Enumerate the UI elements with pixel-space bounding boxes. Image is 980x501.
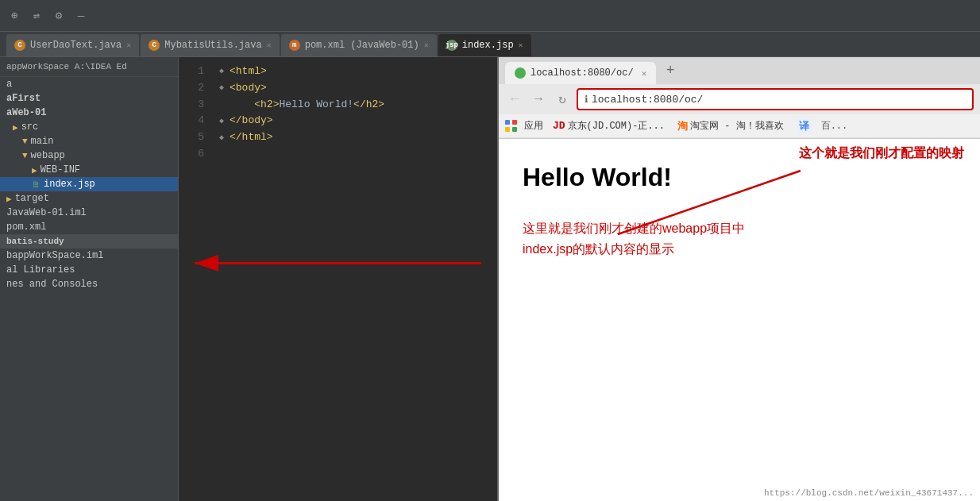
browser-tabs-row: localhost:8080/oc/ ✕ + [499,57,980,84]
tab-close-icon[interactable]: ✕ [126,40,131,50]
item-text: al Libraries [6,264,75,276]
editor-tabs: C UserDaoText.java ✕ C MybatisUtils.java… [0,32,980,57]
address-bar: ← → ↻ ℹ localhost:8080/oc/ [499,84,980,114]
toolbar-icon-plus[interactable]: ⊕ [6,8,22,24]
toolbar-icon-settings[interactable]: ⚙ [51,8,67,24]
sidebar-item-main[interactable]: ▼ main [0,134,178,148]
tab-close-icon[interactable]: ✕ [519,40,523,50]
sidebar-item-nes-consoles[interactable]: nes and Consoles [0,277,178,291]
sidebar-item-bappworkspace[interactable]: bappWorkSpace.iml [0,249,178,263]
jsp-icon: jsp [446,40,457,51]
annotation-text-mapping: 这个就是我们刚才配置的映射 [799,145,964,162]
browser-chrome: localhost:8080/oc/ ✕ + ← → ↻ ℹ localhost… [499,57,980,139]
sidebar-item-indexjsp[interactable]: 🗎 index.jsp [0,177,178,191]
tab-close-icon[interactable]: ✕ [424,40,429,50]
tag-open: < [230,64,236,80]
item-text: aWeb-01 [6,107,46,118]
browser-tab-label: localhost:8080/oc/ [531,67,634,79]
bookmark-taobao[interactable]: 淘 淘宝网 - 淘！我喜欢 [674,118,787,135]
tag-name: h2 [260,97,273,114]
browser-content: 这个就是我们刚才配置的映射 Hello World! 这里就是我们刚才创建的we… [499,139,980,501]
sidebar-item-pomxml[interactable]: pom.xml [0,220,178,234]
browser-tab-close[interactable]: ✕ [642,68,647,79]
tab-label: index.jsp [462,40,514,51]
back-button[interactable]: ← [505,90,524,109]
tag-open: </ [230,129,242,146]
folder-icon: ▶ [32,165,37,175]
tab-userdaotext[interactable]: C UserDaoText.java ✕ [6,34,139,56]
code-editor[interactable]: 1 2 3 4 5 6 ◆ <html> ◆ <body> [179,57,497,501]
browser-tab-favicon [515,67,526,79]
tag-open: </ [230,113,242,129]
tag-open: < [254,97,260,114]
new-tab-button[interactable]: + [659,60,681,82]
bookmark-translate[interactable]: 译 [793,117,815,136]
apps-dot [512,120,517,125]
sidebar-tree[interactable]: a aFirst aWeb-01 ▶ src ▼ main ▼ webapp ▶ [0,77,178,501]
browser-panel: localhost:8080/oc/ ✕ + ← → ↻ ℹ localhost… [497,57,980,501]
tag-close: > [267,129,273,146]
sidebar-item-src[interactable]: ▶ src [0,120,178,134]
sidebar-item-batis-study[interactable]: batis-study [0,234,178,249]
tag-name: body [236,80,260,97]
folder-icon: ▼ [22,151,28,160]
toolbar-icon-swap[interactable]: ⇌ [29,8,44,24]
address-text: localhost:8080/oc/ [592,94,703,106]
bookmarks-label: 应用 [524,119,543,133]
xml-icon: m [289,40,300,51]
code-content: 1 2 3 4 5 6 ◆ <html> ◆ <body> [179,57,497,501]
main-area: appWorkSpace A:\IDEA Ed a aFirst aWeb-01… [0,57,980,501]
tag-content: Hello World! [279,97,353,114]
apps-dot [512,127,517,132]
item-text: pom.xml [6,222,46,233]
bookmark-jd-label: 京东(JD.COM)-正... [568,119,665,133]
sidebar-item-webapp[interactable]: ▼ webapp [0,148,178,163]
item-text: WEB-INF [41,164,80,175]
indent [230,97,254,114]
address-input[interactable]: ℹ localhost:8080/oc/ [577,88,974,110]
folder-icon: ▶ [6,194,12,204]
tab-indexjsp[interactable]: jsp index.jsp ✕ [438,34,531,56]
toolbar-icon-minimize[interactable]: — [73,8,89,24]
apps-dot [505,120,510,125]
sidebar-item-al-libraries[interactable]: al Libraries [0,263,178,277]
sidebar-item-aweb01[interactable]: aWeb-01 [0,106,178,120]
sidebar-item-target[interactable]: ▶ target [0,191,178,206]
sidebar-item-afirst[interactable]: aFirst [0,91,178,106]
item-text: a [6,79,12,90]
tag-close: > [273,97,280,114]
reload-button[interactable]: ↻ [553,90,572,109]
sidebar-item-a[interactable]: a [0,77,178,91]
fold-icon: ◆ [217,83,226,93]
item-text: main [31,136,54,147]
code-line-3: <h2>Hello World!</h2> [217,97,491,114]
bookmarks-bar: 应用 JD 京东(JD.COM)-正... 淘 淘宝网 - 淘！我喜欢 译 百.… [499,114,980,138]
bookmark-jd[interactable]: JD 京东(JD.COM)-正... [550,118,668,134]
tab-close-icon[interactable]: ✕ [267,40,272,50]
tag-close: > [260,64,267,80]
tab-label: UserDaoText.java [30,40,122,51]
browser-tab-active[interactable]: localhost:8080/oc/ ✕ [505,62,656,84]
java-icon: C [149,40,160,51]
tag-end-close: > [378,97,384,114]
sidebar-item-javaweb01iml[interactable]: JavaWeb-01.iml [0,206,178,220]
sidebar-header: appWorkSpace A:\IDEA Ed [0,57,178,77]
code-line-5: ◆ </html> [217,129,491,146]
fold-icon-small [217,100,226,110]
tab-pomxml[interactable]: m pom.xml (JavaWeb-01) ✕ [281,34,437,56]
folder-icon: ▶ [13,122,18,133]
code-line-2: ◆ <body> [217,80,491,97]
tab-mybatisutils[interactable]: C MybatisUtils.java ✕ [141,34,279,56]
lock-icon: ℹ [585,94,588,106]
code-line-4: ◆ </body> [217,113,491,129]
item-text: bappWorkSpace.iml [6,250,103,261]
sidebar-item-webinf[interactable]: ▶ WEB-INF [0,163,178,177]
item-text: nes and Consoles [6,279,98,290]
tag-name: body [242,113,267,129]
tag-open: < [230,80,236,97]
tag-end-open: </ [353,97,366,114]
fold-icon: ◆ [217,117,226,126]
taobao-icon: 淘 [677,119,688,133]
apps-icon[interactable] [505,120,518,133]
forward-button[interactable]: → [529,90,548,109]
